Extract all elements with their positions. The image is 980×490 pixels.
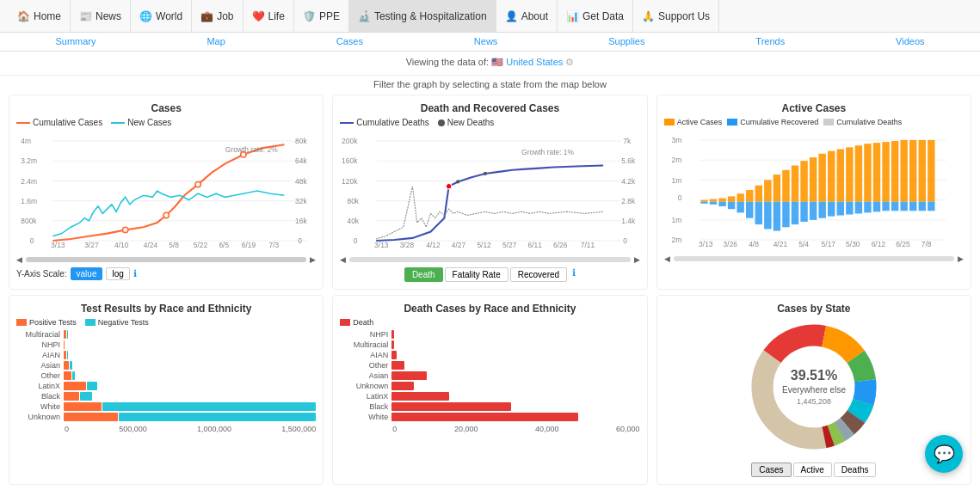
svg-rect-108 [764,202,771,230]
viewing-bar: Viewing the data of: 🇺🇸 United States ⚙ [0,52,980,76]
svg-text:6/19: 6/19 [242,241,256,249]
nav-life[interactable]: ❤️ Life [243,0,294,32]
legend-cumulative-deaths: Cumulative Deaths [340,118,428,127]
svg-rect-112 [800,202,807,222]
nav-about[interactable]: 👤 About [496,0,558,32]
svg-point-50 [447,184,452,189]
svg-text:48k: 48k [295,177,307,186]
job-icon: 💼 [200,10,213,22]
donut-svg: 39.51% Everywhere else 1,445,208 [745,318,883,456]
nav-bar: 🏠 Home 📰 News 🌐 World 💼 Job ❤️ Life 🛡️ P… [0,0,980,33]
svg-text:0: 0 [677,193,681,202]
svg-point-19 [163,212,169,217]
death-asian: Asian [340,371,639,380]
svg-rect-81 [755,186,761,202]
death-recovered-legend: Cumulative Deaths New Deaths [340,118,639,127]
top-charts: Cases Cumulative Cases New Cases [0,95,980,290]
life-icon: ❤️ [252,10,265,22]
y-axis-label: Y-Axis Scale: [16,269,67,279]
svg-rect-100 [928,140,934,202]
svg-text:5.6k: 5.6k [622,156,637,165]
bar-unknown: Unknown [16,413,316,421]
bar-asian: Asian [16,361,316,370]
death-svg: 200k 160k 120k 80k 40k 0 7k 5.6k 4.2k 2.… [340,131,639,251]
nav-testing[interactable]: 🔬 Testing & Hospitalization [349,0,496,32]
svg-point-20 [195,181,200,187]
svg-text:3/28: 3/28 [400,241,415,249]
subnav-summary[interactable]: Summary [55,36,96,47]
news-icon: 📰 [79,10,92,22]
svg-text:160k: 160k [342,156,358,165]
death-tabs: Death Fatality Rate Recovered ℹ [340,267,639,282]
svg-text:5/30: 5/30 [846,241,860,249]
scale-log-btn[interactable]: log [106,267,129,280]
nav-get-data[interactable]: 📊 Get Data [558,0,633,32]
chat-button[interactable]: 💬 [925,435,963,473]
svg-text:2.8k: 2.8k [622,197,637,205]
subnav-videos[interactable]: Videos [896,36,924,47]
bar-white: White [16,402,316,411]
svg-text:7/8: 7/8 [921,241,931,249]
svg-rect-106 [746,202,753,218]
nav-ppe[interactable]: 🛡️ PPE [294,0,349,32]
nav-support[interactable]: 🙏 Support Us [633,0,719,32]
svg-text:7k: 7k [624,137,632,145]
bar-other: Other [16,371,316,380]
svg-text:5/8: 5/8 [169,241,179,249]
svg-text:7/11: 7/11 [581,241,595,249]
svg-text:3/13: 3/13 [51,241,65,249]
svg-rect-110 [782,202,789,228]
svg-text:0: 0 [298,236,302,245]
ppe-icon: 🛡️ [303,10,316,22]
svg-text:4/12: 4/12 [427,241,441,249]
tab-fatality-rate[interactable]: Fatality Rate [445,267,508,282]
scale-value-btn[interactable]: value [71,267,103,280]
svg-text:5/22: 5/22 [194,241,208,249]
tab-death[interactable]: Death [404,267,443,282]
svg-rect-93 [864,144,871,202]
svg-text:5/4: 5/4 [798,241,809,249]
nav-job[interactable]: 💼 Job [192,0,243,32]
svg-rect-89 [828,151,835,202]
nav-world[interactable]: 🌐 World [131,0,192,32]
svg-rect-116 [836,202,843,216]
legend-new-cases: New Cases [111,118,171,127]
svg-text:4/21: 4/21 [773,241,787,249]
svg-text:3.2m: 3.2m [21,156,37,165]
svg-text:0: 0 [354,236,358,245]
donut-tab-deaths[interactable]: Deaths [834,462,877,477]
bottom-charts: Test Results by Race and Ethnicity Posit… [0,295,980,485]
legend-cum-deaths-active: Cumulative Deaths [823,118,902,126]
active-svg: 3m 2m 1m 0 1m 2m [664,130,964,250]
bar-latinx: LatinX [16,382,316,390]
svg-text:1m: 1m [671,216,681,224]
svg-text:5/27: 5/27 [502,241,517,249]
svg-text:3/13: 3/13 [699,241,713,249]
svg-rect-121 [882,202,889,211]
svg-text:6/25: 6/25 [896,241,910,249]
nav-home[interactable]: 🏠 Home [9,0,71,32]
svg-text:5/17: 5/17 [821,241,835,249]
svg-text:1,445,208: 1,445,208 [797,397,831,406]
donut-tab-cases[interactable]: Cases [751,462,791,477]
svg-text:Everywhere else: Everywhere else [782,385,846,395]
svg-rect-82 [764,180,771,201]
donut-tab-active[interactable]: Active [793,462,832,477]
filter-text: Filter the graph by selecting a state fr… [0,76,980,93]
svg-rect-88 [818,154,825,202]
svg-text:4/8: 4/8 [749,241,759,249]
subnav-news[interactable]: News [474,36,498,47]
subnav-trends[interactable]: Trends [755,36,785,47]
subnav-supplies[interactable]: Supplies [608,36,644,47]
legend-active: Active Cases [664,118,723,126]
svg-rect-120 [872,202,879,212]
svg-rect-124 [909,202,916,211]
subnav-cases[interactable]: Cases [336,36,363,47]
legend-new-deaths: New Deaths [438,118,494,127]
death-race-bars: NHPI Multiracial AIAN Other Asian Unknow… [340,330,639,422]
subnav-map[interactable]: Map [206,36,225,47]
svg-text:2m: 2m [671,156,681,164]
tab-recovered[interactable]: Recovered [510,267,567,282]
donut-tabs: Cases Active Deaths [664,462,964,477]
nav-news[interactable]: 📰 News [71,0,131,32]
